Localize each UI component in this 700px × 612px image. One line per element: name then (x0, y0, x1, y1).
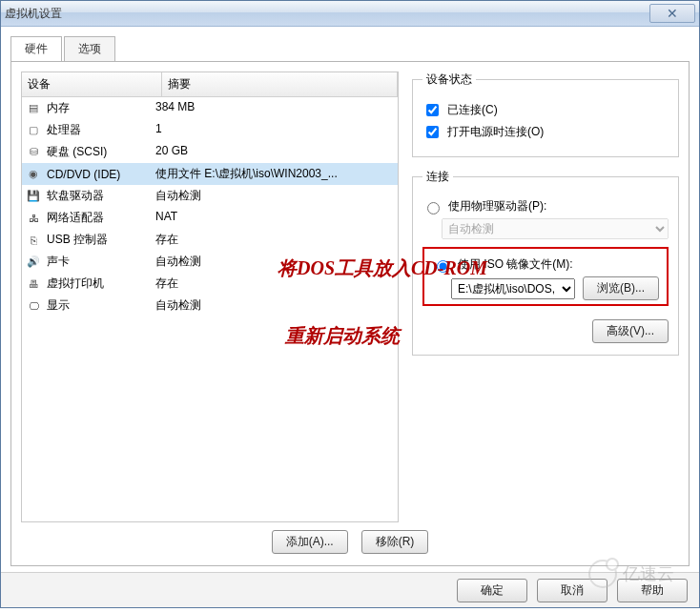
connect-poweron-label: 打开电源时连接(O) (447, 124, 544, 140)
list-row[interactable]: 🖶虚拟打印机存在 (22, 273, 398, 295)
dialog-body: 硬件 选项 设备 摘要 ▤内存384 MB▢处理器1⛁硬盘 (SCSI)20 G… (1, 27, 699, 572)
device-name: 网络适配器 (47, 210, 104, 226)
physical-drive-select[interactable]: 自动检测 (442, 218, 669, 239)
list-row-device: 🖵显示 (26, 297, 154, 314)
list-row[interactable]: ▢处理器1 (22, 119, 398, 141)
floppy-icon: 💾 (26, 190, 41, 203)
use-physical-option[interactable]: 使用物理驱动器(P): (422, 198, 669, 214)
dialog-footer: 确定 取消 帮助 (1, 572, 699, 607)
disk-icon: ⛁ (26, 146, 41, 159)
cd-icon: ◉ (26, 168, 41, 181)
browse-button[interactable]: 浏览(B)... (583, 276, 659, 300)
annotation-highlight: 使用 ISO 镜像文件(M): E:\虚拟机\iso\DOS, 浏览(B)... (422, 247, 669, 306)
device-status-legend: 设备状态 (422, 71, 476, 88)
close-icon: ✕ (667, 7, 678, 20)
device-name: 软盘驱动器 (47, 188, 104, 204)
connect-poweron-option[interactable]: 打开电源时连接(O) (422, 123, 669, 141)
advanced-row: 高级(V)... (422, 319, 669, 343)
bottom-buttons: 添加(A)... 移除(R) (21, 522, 679, 556)
use-iso-option[interactable]: 使用 ISO 镜像文件(M): (432, 256, 659, 273)
device-name: 显示 (47, 297, 70, 314)
connection-group: 连接 使用物理驱动器(P): 自动检测 (412, 169, 679, 356)
sound-icon: 🔊 (26, 255, 41, 269)
display-icon: 🖵 (26, 299, 41, 313)
advanced-button[interactable]: 高级(V)... (592, 319, 669, 343)
window-title: 虚拟机设置 (5, 6, 62, 22)
tab-hardware[interactable]: 硬件 (10, 36, 62, 62)
list-row[interactable]: 🖵显示自动检测 (22, 295, 398, 316)
device-summary: 20 GB (154, 144, 394, 160)
device-summary: 使用文件 E:\虚拟机\iso\WIN2003_... (154, 166, 394, 182)
device-status-group: 设备状态 已连接(C) 打开电源时连接(O) (412, 71, 679, 157)
remove-button[interactable]: 移除(R) (361, 530, 429, 554)
device-name: 处理器 (47, 122, 81, 138)
device-name: 虚拟打印机 (47, 275, 104, 292)
header-summary: 摘要 (162, 72, 398, 96)
list-row-device: 💾软盘驱动器 (26, 188, 154, 204)
device-summary: 1 (154, 122, 394, 138)
list-row[interactable]: ◉CD/DVD (IDE)使用文件 E:\虚拟机\iso\WIN2003_... (22, 163, 398, 185)
device-summary: 自动检测 (154, 254, 394, 270)
add-button[interactable]: 添加(A)... (272, 530, 348, 554)
iso-path-row: E:\虚拟机\iso\DOS, 浏览(B)... (451, 276, 659, 300)
list-row[interactable]: 💾软盘驱动器自动检测 (22, 185, 398, 207)
connected-label: 已连接(C) (447, 102, 498, 118)
titlebar: 虚拟机设置 ✕ (1, 1, 699, 27)
connected-option[interactable]: 已连接(C) (422, 101, 669, 119)
device-name: 内存 (47, 100, 70, 116)
device-list: 设备 摘要 ▤内存384 MB▢处理器1⛁硬盘 (SCSI)20 GB◉CD/D… (21, 71, 399, 522)
list-row-device: 🔊声卡 (26, 254, 154, 270)
close-button[interactable]: ✕ (649, 4, 695, 23)
list-row-device: ▢处理器 (26, 122, 154, 138)
network-icon: 🖧 (26, 212, 41, 225)
device-name: 硬盘 (SCSI) (47, 144, 107, 160)
list-row-device: ▤内存 (26, 100, 154, 116)
tab-strip: 硬件 选项 (10, 36, 690, 62)
device-summary: 存在 (154, 232, 394, 248)
tab-content: 设备 摘要 ▤内存384 MB▢处理器1⛁硬盘 (SCSI)20 GB◉CD/D… (10, 61, 690, 566)
help-button[interactable]: 帮助 (617, 579, 688, 602)
device-summary: NAT (154, 210, 394, 226)
printer-icon: 🖶 (26, 277, 41, 291)
iso-path-select[interactable]: E:\虚拟机\iso\DOS, (451, 278, 575, 299)
use-iso-label: 使用 ISO 镜像文件(M): (458, 256, 573, 273)
list-row-device: ⎘USB 控制器 (26, 232, 154, 248)
list-row[interactable]: ▤内存384 MB (22, 97, 398, 119)
device-name: USB 控制器 (47, 232, 108, 248)
list-row[interactable]: 🖧网络适配器NAT (22, 207, 398, 229)
cpu-icon: ▢ (26, 124, 41, 137)
connection-legend: 连接 (422, 169, 453, 185)
physical-drive-row: 自动检测 (442, 218, 669, 239)
header-device: 设备 (22, 72, 162, 96)
cancel-button[interactable]: 取消 (537, 579, 607, 602)
device-name: 声卡 (47, 254, 70, 270)
device-name: CD/DVD (IDE) (47, 168, 120, 181)
list-body[interactable]: ▤内存384 MB▢处理器1⛁硬盘 (SCSI)20 GB◉CD/DVD (ID… (22, 97, 398, 521)
list-row-device: ⛁硬盘 (SCSI) (26, 144, 154, 160)
ok-button[interactable]: 确定 (457, 579, 527, 602)
list-row[interactable]: ⛁硬盘 (SCSI)20 GB (22, 141, 398, 163)
use-physical-radio[interactable] (427, 202, 440, 214)
usb-icon: ⎘ (26, 234, 41, 247)
list-header: 设备 摘要 (22, 72, 398, 97)
use-physical-label: 使用物理驱动器(P): (448, 198, 546, 214)
list-row-device: 🖶虚拟打印机 (26, 275, 154, 292)
device-summary: 存在 (154, 275, 394, 292)
tab-options[interactable]: 选项 (64, 36, 115, 62)
connected-checkbox[interactable] (426, 104, 439, 116)
memory-icon: ▤ (26, 102, 41, 115)
device-summary: 自动检测 (154, 297, 394, 314)
vm-settings-window: 虚拟机设置 ✕ 硬件 选项 设备 摘要 ▤内存384 MB▢处理器1⛁硬盘 (S… (0, 0, 700, 608)
use-iso-radio[interactable] (437, 260, 449, 273)
list-row-device: 🖧网络适配器 (26, 210, 154, 226)
connect-poweron-checkbox[interactable] (426, 126, 439, 138)
device-summary: 自动检测 (154, 188, 394, 204)
main-area: 设备 摘要 ▤内存384 MB▢处理器1⛁硬盘 (SCSI)20 GB◉CD/D… (21, 71, 679, 522)
right-panel: 设备状态 已连接(C) 打开电源时连接(O) 连接 (412, 71, 679, 522)
device-summary: 384 MB (154, 100, 394, 116)
list-row[interactable]: ⎘USB 控制器存在 (22, 229, 398, 251)
list-row-device: ◉CD/DVD (IDE) (26, 166, 154, 182)
list-row[interactable]: 🔊声卡自动检测 (22, 251, 398, 273)
